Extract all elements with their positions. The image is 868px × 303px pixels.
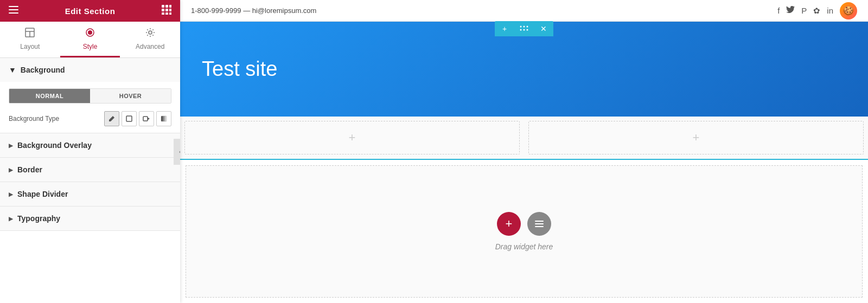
svg-rect-11	[169, 12, 171, 15]
tab-advanced-label: Advanced	[136, 43, 164, 50]
svg-point-26	[524, 29, 525, 31]
column-left-placeholder[interactable]: +	[184, 121, 520, 154]
collapse-icon: ‹	[179, 148, 180, 156]
site-title: Test site	[202, 57, 277, 81]
avatar-icon: 🍪	[843, 5, 854, 16]
yelp-icon[interactable]: ✿	[813, 6, 820, 16]
tab-layout[interactable]: Layout	[0, 22, 60, 57]
svg-point-25	[520, 29, 522, 31]
svg-rect-30	[535, 226, 544, 227]
toolbar-close-btn[interactable]: ✕	[534, 21, 553, 36]
bg-type-gradient-btn[interactable]	[156, 111, 171, 126]
add-widget-btn[interactable]: +	[497, 212, 521, 236]
bg-type-pen-btn[interactable]	[104, 111, 119, 126]
widget-menu-btn[interactable]	[527, 212, 551, 236]
column-left-add-icon: +	[349, 131, 356, 145]
svg-rect-7	[165, 9, 168, 11]
border-header[interactable]: ▶ Border	[0, 158, 180, 182]
svg-point-16	[88, 30, 92, 35]
svg-point-23	[524, 26, 525, 28]
svg-rect-1	[9, 9, 18, 10]
toolbar-add-btn[interactable]: +	[495, 21, 514, 36]
background-type-row: Background Type	[9, 111, 171, 126]
svg-point-24	[527, 26, 528, 28]
background-type-label: Background Type	[9, 115, 100, 123]
typography-section: ▶ Typography	[0, 207, 180, 231]
background-section-header[interactable]: ▼ Background	[0, 58, 180, 82]
edit-panel: Edit Section	[0, 0, 180, 303]
typography-label: Typography	[17, 214, 60, 223]
toolbar-drag-icon	[519, 24, 529, 33]
advanced-icon	[145, 27, 156, 41]
background-arrow-icon: ▼	[9, 66, 16, 74]
bg-type-square-btn[interactable]	[122, 111, 137, 126]
two-column-section: + +	[180, 117, 868, 160]
widget-action-buttons: +	[497, 212, 551, 236]
panel-content: ▼ Background NORMAL HOVER Background Typ…	[0, 58, 180, 303]
tab-style-label: Style	[83, 43, 98, 50]
main-canvas: 1-800-999-9999 — hi@loremipsum.com f P ✿…	[180, 0, 868, 303]
shape-divider-section: ▶ Shape Divider	[0, 182, 180, 207]
border-arrow-icon: ▶	[9, 167, 13, 173]
top-bar: 1-800-999-9999 — hi@loremipsum.com f P ✿…	[180, 0, 868, 22]
normal-hover-toggle: NORMAL HOVER	[9, 88, 171, 104]
toolbar-plus-icon: +	[502, 24, 507, 33]
column-right-add-icon: +	[693, 131, 700, 145]
widget-drop-area: + Drag widget here	[186, 165, 863, 298]
svg-rect-29	[535, 223, 544, 224]
user-avatar[interactable]: 🍪	[840, 2, 857, 20]
background-type-icons	[104, 111, 171, 126]
shape-divider-label: Shape Divider	[17, 190, 68, 198]
background-section: ▼ Background NORMAL HOVER Background Typ…	[0, 58, 180, 133]
tab-style[interactable]: Style	[60, 22, 120, 57]
svg-rect-8	[169, 9, 171, 11]
svg-rect-0	[9, 6, 18, 7]
drag-widget-text: Drag widget here	[495, 242, 553, 251]
svg-rect-18	[126, 116, 132, 121]
background-label: Background	[21, 66, 65, 74]
hover-toggle-btn[interactable]: HOVER	[90, 89, 171, 103]
overlay-arrow-icon: ▶	[9, 143, 13, 149]
typography-arrow-icon: ▶	[9, 216, 13, 222]
svg-rect-19	[143, 117, 148, 121]
layout-icon	[24, 27, 35, 41]
toolbar-drag-btn[interactable]	[514, 21, 534, 36]
svg-rect-4	[165, 5, 168, 8]
hamburger-icon[interactable]	[9, 6, 18, 16]
facebook-icon[interactable]: f	[777, 6, 780, 15]
shape-divider-header[interactable]: ▶ Shape Divider	[0, 182, 180, 206]
normal-toggle-btn[interactable]: NORMAL	[9, 89, 90, 103]
svg-rect-10	[165, 12, 168, 15]
hero-section: Test site + ✕	[180, 22, 868, 117]
svg-rect-3	[162, 5, 164, 8]
border-label: Border	[17, 165, 42, 174]
tab-layout-label: Layout	[20, 43, 40, 50]
svg-point-22	[520, 26, 522, 28]
collapse-panel-handle[interactable]: ‹	[174, 139, 180, 165]
svg-rect-6	[162, 9, 164, 11]
twitter-icon[interactable]	[786, 6, 795, 15]
shape-divider-arrow-icon: ▶	[9, 191, 13, 197]
panel-title: Edit Section	[65, 7, 116, 16]
section-toolbar: + ✕	[495, 21, 553, 36]
background-overlay-header[interactable]: ▶ Background Overlay	[0, 133, 180, 157]
column-right-placeholder[interactable]: +	[528, 121, 864, 154]
background-content: NORMAL HOVER Background Type	[0, 82, 180, 133]
add-widget-icon: +	[506, 217, 513, 231]
grid-icon[interactable]	[162, 5, 171, 17]
pinterest-icon[interactable]: P	[801, 6, 807, 15]
svg-point-17	[149, 31, 152, 34]
svg-rect-21	[161, 116, 167, 121]
svg-rect-9	[162, 12, 164, 15]
background-overlay-section: ▶ Background Overlay	[0, 133, 180, 158]
social-icons: f P ✿ in 🍪	[777, 2, 857, 20]
panel-header: Edit Section	[0, 0, 180, 22]
panel-tabs: Layout Style Advanced	[0, 22, 180, 58]
bg-type-video-btn[interactable]	[139, 111, 154, 126]
contact-info: 1-800-999-9999 — hi@loremipsum.com	[191, 7, 316, 15]
style-icon	[85, 27, 95, 41]
border-section: ▶ Border	[0, 158, 180, 182]
linkedin-icon[interactable]: in	[827, 6, 833, 15]
tab-advanced[interactable]: Advanced	[120, 22, 180, 57]
typography-header[interactable]: ▶ Typography	[0, 207, 180, 230]
